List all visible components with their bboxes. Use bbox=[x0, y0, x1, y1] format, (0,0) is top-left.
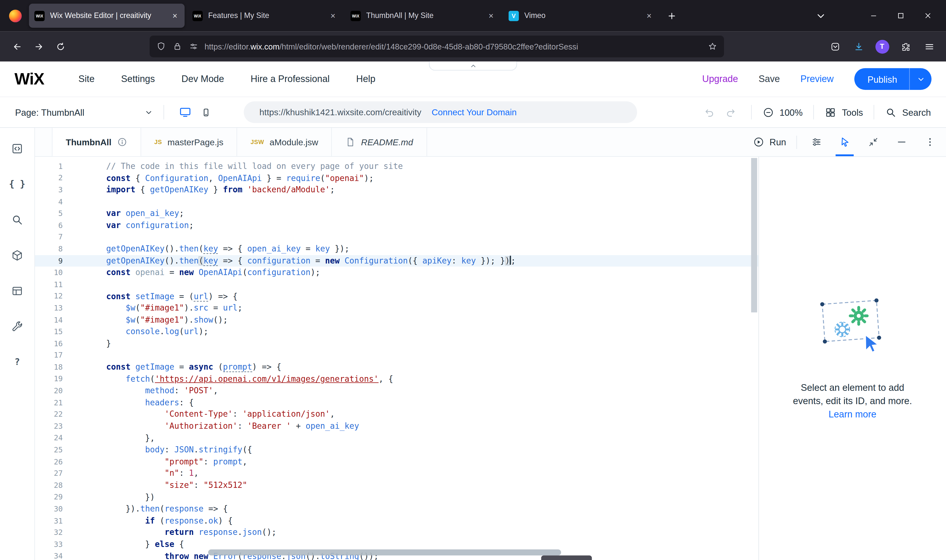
vertical-scrollbar-thumb[interactable] bbox=[751, 158, 757, 312]
code-line[interactable]: 24 }, bbox=[35, 432, 758, 444]
file-tab-thumbnall[interactable]: ThumbnAll bbox=[52, 128, 141, 156]
more-options-button[interactable] bbox=[921, 128, 938, 156]
minimize-panel-button[interactable] bbox=[892, 128, 910, 156]
extensions-button[interactable] bbox=[895, 35, 917, 57]
redo-button[interactable] bbox=[720, 102, 740, 122]
tools-button[interactable]: Tools bbox=[825, 106, 863, 118]
tab-close-icon[interactable]: × bbox=[487, 11, 495, 20]
tab-close-icon[interactable]: × bbox=[329, 11, 337, 20]
search-button[interactable]: Search bbox=[885, 106, 931, 118]
code-line[interactable]: 8getOpenAIKey().then(key => { open_ai_ke… bbox=[35, 243, 758, 255]
account-button[interactable]: T bbox=[871, 35, 893, 57]
window-close-button[interactable] bbox=[914, 4, 941, 28]
browser-tab-thumbnall-my-site[interactable]: WiXThumbnAll | My Site× bbox=[345, 4, 501, 28]
rail-help[interactable]: ? bbox=[6, 350, 29, 374]
code-line[interactable]: 12const setImage = (url) => { bbox=[35, 290, 758, 302]
list-all-tabs-button[interactable] bbox=[810, 5, 831, 26]
file-tab-readme-md[interactable]: README.md bbox=[332, 128, 427, 156]
app-menu-button[interactable] bbox=[918, 35, 940, 57]
code-line[interactable]: 31 if (response.ok) { bbox=[35, 515, 758, 527]
code-line[interactable]: 19 fetch('https://api.openai.com/v1/imag… bbox=[35, 373, 758, 385]
select-element-tool-button[interactable] bbox=[836, 128, 854, 156]
window-minimize-button[interactable] bbox=[860, 4, 887, 28]
zoom-control[interactable]: 100% bbox=[763, 106, 803, 118]
rail-search[interactable] bbox=[6, 207, 29, 231]
format-code-button[interactable] bbox=[807, 128, 825, 156]
collapse-panel-button[interactable] bbox=[864, 128, 882, 156]
code-line[interactable]: 2const { Configuration, OpenAIApi } = re… bbox=[35, 172, 758, 184]
save-link[interactable]: Save bbox=[758, 74, 780, 85]
rail-collections[interactable] bbox=[6, 278, 29, 303]
menu-item-settings[interactable]: Settings bbox=[121, 74, 155, 85]
rail-page-code[interactable] bbox=[6, 136, 29, 160]
code-editor[interactable]: 1// The code in this file will load on e… bbox=[35, 157, 758, 560]
menu-item-help[interactable]: Help bbox=[356, 74, 376, 85]
menu-item-site[interactable]: Site bbox=[79, 74, 94, 85]
tracking-protection-shield-icon[interactable] bbox=[156, 41, 166, 52]
code-line[interactable]: 7 bbox=[35, 231, 758, 243]
code-line[interactable]: 15 console.log(url); bbox=[35, 326, 758, 338]
bookmark-star-icon[interactable] bbox=[707, 41, 718, 52]
firefox-view-button[interactable] bbox=[5, 5, 25, 26]
code-line[interactable]: 26 "prompt": prompt, bbox=[35, 456, 758, 468]
code-line[interactable]: 3import { getOpenAIKey } from 'backend/a… bbox=[35, 184, 758, 196]
learn-more-link[interactable]: Learn more bbox=[829, 408, 876, 421]
rail-code-files[interactable]: { } bbox=[6, 172, 29, 196]
code-line[interactable]: 23 'Authorization': 'Bearer ' + open_ai_… bbox=[35, 420, 758, 432]
connect-domain-link[interactable]: Connect Your Domain bbox=[431, 108, 517, 117]
code-line[interactable]: 29 }) bbox=[35, 491, 758, 503]
code-line[interactable]: 25 body: JSON.stringify({ bbox=[35, 444, 758, 456]
url-text[interactable]: https://editor.wix.com/html/editor/web/r… bbox=[205, 42, 702, 51]
window-maximize-button[interactable] bbox=[887, 4, 914, 28]
mobile-view-button[interactable] bbox=[196, 102, 216, 122]
file-tab-masterpage-js[interactable]: JSmasterPage.js bbox=[141, 128, 237, 156]
code-line[interactable]: 4 bbox=[35, 196, 758, 208]
browser-tab-features-my-site[interactable]: WiXFeatures | My Site× bbox=[187, 4, 343, 28]
code-line[interactable]: 22 'Content-Type': 'application/json', bbox=[35, 409, 758, 420]
code-line[interactable]: 13 $w("#image1").src = url; bbox=[35, 302, 758, 314]
site-url-bar[interactable]: https://khushik1421.wixsite.com/creaitiv… bbox=[243, 101, 637, 123]
vertical-scrollbar[interactable] bbox=[750, 157, 758, 560]
address-bar[interactable]: https://editor.wix.com/html/editor/web/r… bbox=[149, 35, 724, 57]
publish-options-button[interactable] bbox=[910, 68, 931, 90]
code-line[interactable]: 14 $w("#image1").show(); bbox=[35, 314, 758, 326]
new-tab-button[interactable] bbox=[661, 5, 682, 26]
code-line[interactable]: 6var configuration; bbox=[35, 219, 758, 231]
file-tab-amodule-jsw[interactable]: JSWaModule.jsw bbox=[237, 128, 332, 156]
permissions-icon[interactable] bbox=[188, 41, 199, 52]
code-line[interactable]: 27 "n": 1, bbox=[35, 468, 758, 480]
publish-button[interactable]: Publish bbox=[854, 68, 931, 90]
preview-link[interactable]: Preview bbox=[800, 74, 834, 85]
code-line[interactable]: 1// The code in this file will load on e… bbox=[35, 160, 758, 172]
page-selector[interactable]: Page: ThumbnAll bbox=[15, 107, 153, 117]
code-line[interactable]: 21 headers: { bbox=[35, 397, 758, 409]
code-line[interactable]: 10const openai = new OpenAIApi(configura… bbox=[35, 267, 758, 278]
rail-dev-tools[interactable] bbox=[6, 314, 29, 338]
code-line[interactable]: 5var open_ai_key; bbox=[35, 208, 758, 219]
code-line[interactable]: 30 }).then(response => { bbox=[35, 503, 758, 515]
code-line[interactable]: 28 "size": "512x512" bbox=[35, 480, 758, 491]
menu-item-hire-a-professional[interactable]: Hire a Professional bbox=[251, 74, 330, 85]
forward-button[interactable] bbox=[28, 35, 49, 57]
browser-tab-wix-website-editor-creaitivity[interactable]: WiXWix Website Editor | creaitivity× bbox=[29, 4, 185, 28]
code-line[interactable]: 9getOpenAIKey().then(key => { configurat… bbox=[35, 255, 758, 267]
pocket-button[interactable] bbox=[824, 35, 846, 57]
downloads-button[interactable] bbox=[848, 35, 869, 57]
run-button[interactable]: Run bbox=[753, 136, 786, 148]
code-line[interactable]: 17 bbox=[35, 349, 758, 361]
code-line[interactable]: 32 return response.json(); bbox=[35, 527, 758, 538]
collapse-topbar-handle[interactable] bbox=[429, 62, 517, 71]
desktop-view-button[interactable] bbox=[175, 102, 196, 122]
tab-close-icon[interactable]: × bbox=[171, 11, 179, 20]
browser-tab-vimeo[interactable]: VVimeo× bbox=[503, 4, 659, 28]
code-line[interactable]: 20 method: 'POST', bbox=[35, 385, 758, 397]
code-line[interactable]: 33 } else { bbox=[35, 538, 758, 551]
code-line[interactable]: 18const getImage = async (prompt) => { bbox=[35, 361, 758, 373]
reload-button[interactable] bbox=[49, 35, 71, 57]
tab-close-icon[interactable]: × bbox=[645, 11, 653, 20]
upgrade-link[interactable]: Upgrade bbox=[702, 74, 738, 85]
code-line[interactable]: 16} bbox=[35, 338, 758, 349]
lock-icon[interactable] bbox=[172, 41, 183, 52]
rail-packages[interactable] bbox=[6, 243, 29, 267]
code-line[interactable]: 11 bbox=[35, 278, 758, 290]
